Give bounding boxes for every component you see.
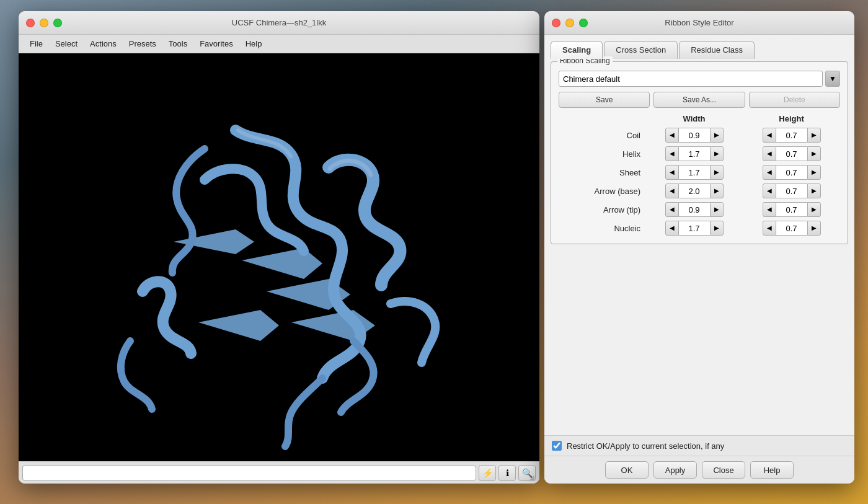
ribbon-scaling-group: Ribbon Scaling ▼ Save Save As... Delete … — [551, 61, 848, 244]
width-dec-0[interactable]: ◀ — [665, 128, 679, 143]
menu-file[interactable]: File — [24, 37, 49, 51]
preset-input[interactable] — [559, 71, 823, 87]
height-control-0: ◀ ▶ — [743, 128, 840, 143]
table-row: Helix ◀ ▶ ◀ ▶ — [559, 144, 840, 163]
width-input-4[interactable] — [679, 202, 710, 217]
row-label-sheet: Sheet — [559, 168, 645, 177]
width-input-0[interactable] — [679, 128, 710, 143]
width-dec-5[interactable]: ◀ — [665, 221, 679, 236]
width-inc-2[interactable]: ▶ — [710, 165, 724, 180]
height-dec-3[interactable]: ◀ — [763, 183, 776, 198]
tab-residue-class[interactable]: Residue Class — [679, 41, 755, 59]
height-inc-5[interactable]: ▶ — [807, 221, 821, 236]
delete-button[interactable]: Delete — [749, 92, 840, 108]
width-dec-1[interactable]: ◀ — [665, 146, 679, 161]
chevron-down-icon: ▼ — [829, 74, 836, 83]
tab-scaling[interactable]: Scaling — [551, 41, 603, 59]
height-input-3[interactable] — [776, 183, 807, 198]
tab-cross-section[interactable]: Cross Section — [604, 41, 678, 59]
height-control-4: ◀ ▶ — [743, 202, 840, 217]
height-input-2[interactable] — [776, 165, 807, 180]
width-input-3[interactable] — [679, 183, 710, 198]
width-inc-4[interactable]: ▶ — [710, 202, 724, 217]
width-input-2[interactable] — [679, 165, 710, 180]
ok-button[interactable]: OK — [605, 461, 649, 479]
checkbox-row: Restrict OK/Apply to current selection, … — [544, 435, 854, 456]
rse-maximize-button[interactable] — [579, 19, 588, 27]
width-control-4: ◀ ▶ — [645, 202, 743, 217]
width-inc-3[interactable]: ▶ — [710, 183, 724, 198]
width-control-2: ◀ ▶ — [645, 165, 743, 180]
height-dec-4[interactable]: ◀ — [763, 202, 776, 217]
width-input-5[interactable] — [679, 221, 710, 236]
menu-favorites[interactable]: Favorites — [193, 37, 239, 51]
apply-button[interactable]: Apply — [653, 461, 697, 479]
menu-presets[interactable]: Presets — [123, 37, 162, 51]
height-input-4[interactable] — [776, 202, 807, 217]
preset-row: ▼ — [559, 71, 840, 87]
table-row: Nucleic ◀ ▶ ◀ ▶ — [559, 219, 840, 237]
lightning-button[interactable]: ⚡ — [479, 465, 496, 481]
rse-close-button[interactable] — [552, 19, 560, 27]
width-control-1: ◀ ▶ — [645, 146, 743, 161]
height-inc-3[interactable]: ▶ — [807, 183, 821, 198]
close-button-rse[interactable]: Close — [702, 461, 745, 479]
width-control-3: ◀ ▶ — [645, 183, 743, 198]
resize-handle[interactable]: ◢ — [529, 474, 538, 482]
height-inc-2[interactable]: ▶ — [807, 165, 821, 180]
row-label-arrow--base-: Arrow (base) — [559, 187, 645, 196]
width-inc-1[interactable]: ▶ — [710, 146, 724, 161]
height-input-1[interactable] — [776, 146, 807, 161]
save-row: Save Save As... Delete — [559, 92, 840, 108]
preset-dropdown-arrow[interactable]: ▼ — [825, 71, 840, 87]
command-input[interactable] — [22, 466, 476, 480]
menu-help[interactable]: Help — [239, 37, 268, 51]
chimera-viewport — [19, 53, 539, 461]
height-dec-2[interactable]: ◀ — [763, 165, 776, 180]
table-row: Arrow (base) ◀ ▶ ◀ ▶ — [559, 182, 840, 200]
row-label-helix: Helix — [559, 149, 645, 159]
height-inc-4[interactable]: ▶ — [807, 202, 821, 217]
row-label-coil: Coil — [559, 131, 645, 140]
width-control-5: ◀ ▶ — [645, 221, 743, 236]
height-control-3: ◀ ▶ — [743, 183, 840, 198]
height-control-2: ◀ ▶ — [743, 165, 840, 180]
minimize-button[interactable] — [40, 19, 48, 27]
save-button[interactable]: Save — [559, 92, 650, 108]
save-as-button[interactable]: Save As... — [653, 92, 745, 108]
chimera-window: UCSF Chimera—sh2_1lkk File Select Action… — [19, 11, 539, 484]
height-inc-1[interactable]: ▶ — [807, 146, 821, 161]
height-inc-0[interactable]: ▶ — [807, 128, 821, 143]
restrict-checkbox-label: Restrict OK/Apply to current selection, … — [567, 441, 724, 451]
menu-actions[interactable]: Actions — [84, 37, 123, 51]
row-label-arrow--tip-: Arrow (tip) — [559, 205, 645, 214]
menu-select[interactable]: Select — [49, 37, 84, 51]
width-dec-3[interactable]: ◀ — [665, 183, 679, 198]
width-inc-0[interactable]: ▶ — [710, 128, 724, 143]
height-input-0[interactable] — [776, 128, 807, 143]
height-dec-1[interactable]: ◀ — [763, 146, 776, 161]
width-dec-2[interactable]: ◀ — [665, 165, 679, 180]
chimera-menubar: File Select Actions Presets Tools Favori… — [19, 35, 539, 53]
help-button[interactable]: Help — [750, 461, 794, 479]
width-inc-5[interactable]: ▶ — [710, 221, 724, 236]
chimera-window-title: UCSF Chimera—sh2_1lkk — [232, 18, 326, 27]
rse-minimize-button[interactable] — [565, 19, 574, 27]
restrict-checkbox[interactable] — [552, 441, 562, 451]
maximize-button[interactable] — [53, 19, 62, 27]
info-button[interactable]: ℹ — [498, 465, 516, 481]
chimera-status-bar: ⚡ ℹ 🔍 ◢ — [19, 461, 539, 484]
height-dec-5[interactable]: ◀ — [763, 221, 776, 236]
table-row: Sheet ◀ ▶ ◀ ▶ — [559, 163, 840, 182]
header-label-col — [559, 114, 645, 123]
menu-tools[interactable]: Tools — [162, 37, 193, 51]
rse-titlebar: Ribbon Style Editor — [544, 11, 854, 35]
close-button[interactable] — [26, 19, 35, 27]
width-dec-4[interactable]: ◀ — [665, 202, 679, 217]
height-dec-0[interactable]: ◀ — [763, 128, 776, 143]
height-input-5[interactable] — [776, 221, 807, 236]
width-input-1[interactable] — [679, 146, 710, 161]
spacer — [551, 249, 848, 429]
height-control-1: ◀ ▶ — [743, 146, 840, 161]
info-icon: ℹ — [506, 468, 509, 478]
